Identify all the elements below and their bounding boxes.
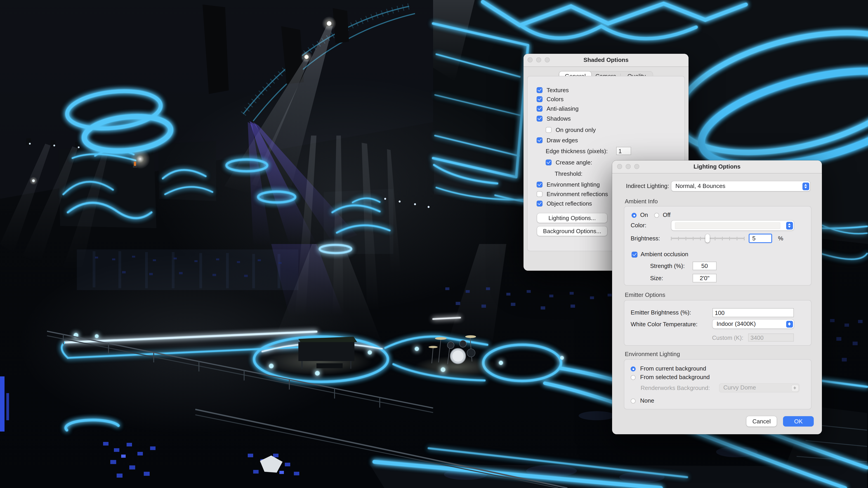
- environment-lighting-label: Environment lighting: [547, 181, 600, 188]
- ambient-on-label: On: [640, 212, 648, 219]
- ambient-occlusion-checkbox[interactable]: [631, 252, 638, 258]
- ambient-off-label: Off: [663, 212, 671, 219]
- emitter-options-heading: Emitter Options: [625, 291, 665, 299]
- crease-angle-checkbox[interactable]: [546, 160, 552, 165]
- environment-reflections-checkbox[interactable]: [537, 191, 542, 197]
- custom-k-label: Custom (K):: [712, 334, 743, 341]
- textures-checkbox[interactable]: [537, 87, 542, 93]
- stepper-icon: [792, 385, 798, 391]
- brightness-slider-thumb[interactable]: [705, 234, 710, 242]
- draw-edges-label: Draw edges: [547, 137, 578, 144]
- chevron-up-icon: [804, 184, 807, 186]
- from-selected-background-label: From selected background: [640, 374, 710, 381]
- chevron-down-icon: [793, 388, 796, 390]
- ambient-occlusion-label: Ambient occlusion: [641, 251, 688, 258]
- environment-lighting-heading: Environment Lighting: [625, 351, 680, 358]
- indirect-lighting-label: Indirect Lighting:: [616, 183, 669, 190]
- indirect-lighting-value: Normal, 4 Bounces: [675, 181, 810, 191]
- threshold-label: Threshold:: [555, 170, 583, 177]
- color-swatch: [675, 222, 780, 229]
- white-color-temperature-value: Indoor (3400K): [717, 320, 794, 328]
- white-color-temperature-label: White Color Temperature:: [631, 321, 698, 328]
- white-color-temperature-dropdown[interactable]: Indoor (3400K): [712, 320, 794, 328]
- shadows-label: Shadows: [547, 115, 571, 123]
- stepper-icon[interactable]: [786, 222, 793, 229]
- renderworks-background-label: Renderworks Background:: [641, 385, 710, 392]
- background-options-button[interactable]: Background Options...: [537, 226, 607, 236]
- shaded-options-titlebar[interactable]: Shaded Options: [524, 54, 688, 67]
- object-reflections-label: Object reflections: [547, 200, 592, 207]
- ambient-off-radio[interactable]: [654, 213, 659, 218]
- stepper-icon[interactable]: [802, 182, 809, 190]
- from-current-background-radio[interactable]: [631, 366, 636, 371]
- colors-checkbox[interactable]: [537, 96, 542, 102]
- chevron-up-icon: [788, 223, 790, 225]
- lighting-options-button[interactable]: Lighting Options...: [537, 213, 607, 223]
- ambient-info-groupbox: [624, 206, 811, 286]
- lighting-options-dialog: Lighting Options Indirect Lighting: Norm…: [612, 160, 822, 434]
- strength-input[interactable]: [692, 262, 717, 270]
- from-selected-background-radio[interactable]: [631, 375, 636, 380]
- chevron-down-icon: [788, 226, 790, 228]
- application-viewport: Shaded Options General Camera Quality Te…: [0, 0, 868, 488]
- lighting-options-title: Lighting Options: [612, 160, 822, 173]
- object-reflections-checkbox[interactable]: [537, 201, 542, 206]
- shaded-options-title: Shaded Options: [524, 54, 688, 66]
- emitter-brightness-label: Emitter Brightness (%):: [631, 309, 691, 316]
- none-label: None: [640, 397, 654, 404]
- shadows-checkbox[interactable]: [537, 116, 542, 122]
- renderworks-background-value: Curvy Dome: [723, 384, 799, 392]
- chevron-down-icon: [788, 324, 790, 326]
- brightness-slider[interactable]: [671, 234, 745, 242]
- crease-angle-label: Crease angle:: [556, 159, 592, 166]
- ambient-on-radio[interactable]: [631, 213, 637, 218]
- ambient-color-label: Color:: [631, 222, 646, 229]
- colors-label: Colors: [547, 96, 563, 103]
- edge-thickness-input[interactable]: [616, 147, 631, 155]
- on-ground-only-checkbox[interactable]: [546, 127, 552, 133]
- none-radio[interactable]: [631, 398, 636, 403]
- custom-k-input: [748, 333, 794, 341]
- draw-edges-checkbox[interactable]: [537, 137, 542, 143]
- lighting-options-titlebar[interactable]: Lighting Options: [612, 160, 822, 173]
- size-input[interactable]: [692, 274, 717, 283]
- emitter-brightness-input[interactable]: [712, 308, 794, 317]
- ambient-info-heading: Ambient Info: [625, 198, 658, 205]
- environment-reflections-label: Environment reflections: [547, 191, 608, 198]
- ambient-color-dropdown[interactable]: [671, 221, 794, 230]
- stepper-icon[interactable]: [786, 321, 793, 327]
- cancel-button[interactable]: Cancel: [746, 416, 777, 427]
- indirect-lighting-dropdown[interactable]: Normal, 4 Bounces: [671, 181, 810, 191]
- from-current-background-label: From current background: [640, 365, 706, 372]
- chevron-down-icon: [804, 187, 807, 189]
- on-ground-only-label: On ground only: [556, 127, 596, 134]
- brightness-input[interactable]: [749, 234, 772, 243]
- size-label: Size:: [650, 275, 663, 282]
- renderworks-background-dropdown: Curvy Dome: [719, 384, 799, 392]
- strength-label: Strength (%):: [650, 263, 685, 270]
- environment-lighting-checkbox[interactable]: [537, 182, 542, 188]
- anti-aliasing-checkbox[interactable]: [537, 106, 542, 111]
- chevron-up-icon: [788, 322, 790, 324]
- brightness-unit: %: [778, 235, 783, 242]
- edge-thickness-label: Edge thickness (pixels):: [546, 148, 608, 155]
- brightness-label: Brightness:: [631, 235, 660, 242]
- ok-button[interactable]: OK: [783, 416, 814, 427]
- textures-label: Textures: [547, 87, 569, 94]
- anti-aliasing-label: Anti-aliasing: [547, 105, 579, 112]
